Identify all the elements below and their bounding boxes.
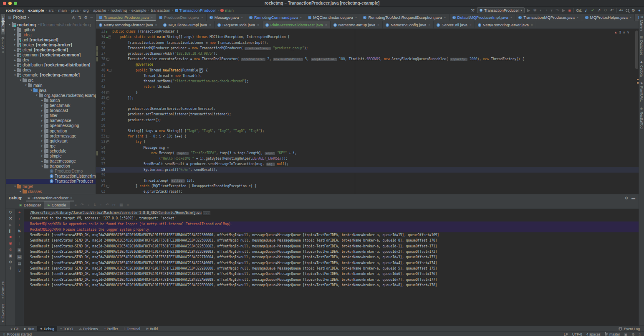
clear-console-icon[interactable]: ▯: [18, 268, 20, 272]
resume-icon[interactable]: ▶: [9, 223, 12, 227]
fold-icon[interactable]: −: [106, 140, 109, 143]
editor-tab-nettyremotingabstract-java[interactable]: CNettyRemotingAbstract.java×: [96, 21, 160, 28]
plugin-dot-icon[interactable]: ●: [638, 7, 641, 14]
editor-tab-transactionproducer-java[interactable]: CTransactionProducer.java×: [96, 14, 156, 21]
search-everywhere-icon[interactable]: [626, 9, 629, 12]
tree-item--idea[interactable]: ▸.idea: [6, 32, 96, 37]
tree-item-schedule[interactable]: ▸schedule: [6, 148, 96, 153]
tree-item-operation[interactable]: ▸operation: [6, 128, 96, 133]
chevron-down-icon[interactable]: ▾: [13, 185, 17, 188]
print-console-icon[interactable]: ▤: [18, 262, 21, 266]
layout-settings-icon[interactable]: ≡: [75, 203, 77, 207]
tree-item-common[interactable]: ▸common[rocketmq-common]: [6, 53, 96, 58]
pause-icon[interactable]: ∥: [9, 229, 12, 233]
build-hammer-icon[interactable]: ⚒: [471, 8, 475, 13]
stripe-item-commit[interactable]: ◇Commit: [1, 34, 5, 56]
tree-item-quickstart[interactable]: ▸quickstart: [6, 138, 96, 143]
tree-item-broker[interactable]: ▸broker[rocketmq-broker]: [6, 42, 96, 47]
snapshot-camera-icon[interactable]: ▣: [9, 254, 13, 258]
breadcrumb-item[interactable]: example: [28, 8, 44, 13]
breadcrumb-item[interactable]: java: [71, 8, 78, 13]
chevron-right-icon[interactable]: ▸: [40, 104, 44, 107]
fold-icon[interactable]: −: [109, 69, 111, 72]
tree-item-example[interactable]: ▾example[rocketmq-example]: [6, 73, 96, 78]
editor-tab-mqprotoshelper-java[interactable]: CMQProtosHelper.java×: [582, 14, 635, 21]
breadcrumb-item[interactable]: apache: [93, 8, 106, 13]
code-editor[interactable]: ▲ 3 ∧ ∨ 33▶public class TransactionProdu…: [96, 29, 639, 194]
fold-icon[interactable]: −: [106, 58, 109, 61]
breadcrumb-item[interactable]: transaction: [151, 8, 170, 13]
run-gutter-icon[interactable]: ▶: [106, 30, 108, 33]
tree-item-transactionproducer[interactable]: CTransactionProducer: [6, 179, 96, 184]
chevron-right-icon[interactable]: ▸: [18, 190, 23, 193]
attach-icon[interactable]: ↷: [556, 7, 559, 14]
next-occurrence-icon[interactable]: ↓: [18, 242, 20, 245]
chevron-right-icon[interactable]: ▸: [13, 43, 17, 46]
status-widget-icon[interactable]: ⚙: [631, 333, 634, 336]
chevron-right-icon[interactable]: ▸: [40, 114, 44, 117]
status-widget-icon[interactable]: ▣: [624, 333, 628, 336]
stripe-item-maven[interactable]: mMaven: [639, 14, 644, 33]
close-tab-icon[interactable]: ×: [151, 15, 153, 19]
chevron-down-icon[interactable]: ▾: [18, 79, 23, 82]
tree-item-benchmark[interactable]: ▸benchmark: [6, 103, 96, 108]
stripe-item-favorites[interactable]: ★Favorites: [1, 301, 5, 326]
step-into-icon[interactable]: ↓: [87, 203, 89, 207]
tree-item-distribution[interactable]: ▸distribution[rocketmq-distribution]: [6, 63, 96, 68]
step-down-stack-icon[interactable]: ↓: [18, 223, 20, 227]
chevron-down-icon[interactable]: ▾: [29, 89, 33, 92]
tree-item-rocketmq[interactable]: ▾rocketmq~/Documents/code/rocketmq: [6, 22, 96, 27]
breadcrumb-class[interactable]: C TransactionProducer: [175, 8, 216, 13]
project-tree[interactable]: ▾rocketmq~/Documents/code/rocketmq▸.gith…: [6, 21, 96, 194]
toolwindow-button-terminal[interactable]: ▯Terminal: [121, 326, 143, 331]
chevron-right-icon[interactable]: ▸: [40, 124, 44, 127]
close-tab-icon[interactable]: ×: [577, 15, 579, 19]
chevron-down-icon[interactable]: ▾: [24, 84, 28, 87]
editor-tab-remotingtoomuchrequestexception-java[interactable]: CRemotingTooMuchRequestException.java×: [360, 14, 449, 21]
debug-gear-icon[interactable]: ⚙: [9, 260, 12, 264]
mute-breakpoints-icon[interactable]: ◉: [9, 242, 12, 245]
tree-item-openmessaging[interactable]: ▸openmessaging: [6, 123, 96, 128]
update-project-icon[interactable]: ↙: [584, 7, 588, 14]
chevron-down-icon[interactable]: ▾: [35, 94, 39, 97]
breadcrumb-item[interactable]: rocketmq: [111, 8, 127, 13]
fold-icon[interactable]: −: [106, 135, 109, 138]
tree-item--github[interactable]: ▸.github: [6, 27, 96, 32]
run-gutter-icon[interactable]: ▶: [106, 36, 108, 38]
stripe-item-restfultool[interactable]: ◎RestfulTool: [639, 104, 644, 132]
chevron-right-icon[interactable]: ▸: [40, 160, 44, 163]
close-tab-icon[interactable]: ×: [257, 23, 259, 27]
close-tab-icon[interactable]: ×: [209, 23, 211, 27]
status-item[interactable]: UTF-8: [572, 332, 582, 336]
tree-item-producerdemo[interactable]: CProducerDemo: [6, 169, 96, 174]
commit-icon[interactable]: ✓: [591, 7, 594, 14]
fold-icon[interactable]: −: [106, 97, 109, 99]
step-over-icon[interactable]: ↷: [81, 203, 84, 207]
settings-gear-icon[interactable]: ⚙: [631, 7, 635, 14]
tree-item-java[interactable]: ▾java: [6, 88, 96, 93]
chevron-right-icon[interactable]: ▸: [13, 59, 17, 62]
debug-icon[interactable]: ✱: [533, 7, 537, 14]
run-anything-icon[interactable]: ▶: [562, 7, 565, 14]
close-tab-icon[interactable]: ×: [444, 15, 446, 19]
editor-tab-producerdemo-java[interactable]: CProducerDemo.java×: [156, 14, 207, 21]
trace-icon[interactable]: ⌗: [127, 203, 129, 207]
chevron-right-icon[interactable]: ▸: [40, 119, 44, 122]
soft-wrap-icon[interactable]: ≡: [18, 248, 21, 252]
rollback-icon[interactable]: ↶: [610, 7, 614, 14]
breadcrumb-method[interactable]: main: [220, 8, 234, 13]
breadcrumb-item[interactable]: org: [83, 8, 89, 13]
chevron-right-icon[interactable]: ▸: [13, 38, 17, 41]
tree-item-dev[interactable]: ▸dev: [6, 58, 96, 63]
toolwindow-button-git[interactable]: ⋎Git: [8, 326, 21, 331]
coverage-icon[interactable]: ◐: [540, 7, 542, 14]
tree-item-docs[interactable]: ▸docs: [6, 68, 96, 73]
sort-frames-icon[interactable]: ⇅: [18, 229, 21, 233]
overriding-method-icon[interactable]: ↥: [106, 69, 108, 72]
tree-item-broadcast[interactable]: ▸broadcast: [6, 108, 96, 113]
close-tab-icon[interactable]: ×: [201, 15, 203, 19]
close-tab-icon[interactable]: ×: [325, 23, 327, 27]
tree-item-namespace[interactable]: ▸namespace: [6, 118, 96, 123]
chevron-right-icon[interactable]: ▸: [13, 33, 17, 36]
git-branch-widget[interactable]: master: [605, 332, 620, 336]
